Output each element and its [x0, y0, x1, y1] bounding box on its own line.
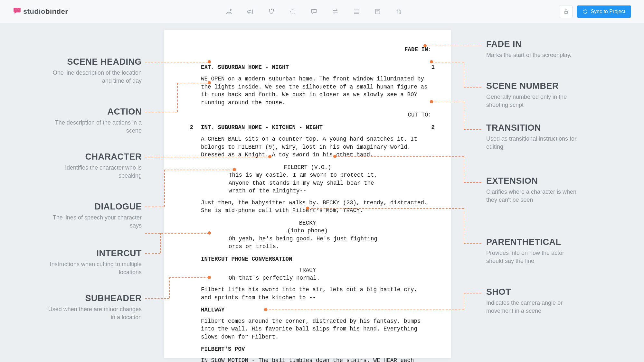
- connector-line: [464, 87, 481, 88]
- callout-subheader: SUBHEADERUsed when there are minor chang…: [45, 293, 142, 321]
- connector-line: [464, 293, 464, 310]
- brand-logo[interactable]: studiobinder: [13, 6, 68, 17]
- connector-line: [145, 62, 208, 62]
- character-becky: BECKY: [180, 219, 435, 227]
- sync-to-project-button[interactable]: Sync to Project: [577, 5, 631, 18]
- scene-heading-1: EXT. SUBURBAN HOME - NIGHT 1: [180, 63, 435, 71]
- callout-transition: TRANSITIONUsed as transitional instructi…: [486, 123, 583, 151]
- action-block-1: WE OPEN on a modern suburban home. The f…: [180, 75, 435, 107]
- parenthetical-becky: (into phone): [180, 227, 435, 235]
- connector-dot: [333, 155, 336, 158]
- mask-icon[interactable]: [268, 8, 275, 15]
- connector-line: [164, 170, 165, 207]
- character-tracy: TRACY: [180, 266, 435, 274]
- dialogue-becky: Oh yeah, he's being good. He's just figh…: [180, 235, 435, 251]
- shot-pov: FILBERT'S POV: [180, 345, 435, 353]
- fade-in-line: FADE IN:: [180, 46, 435, 54]
- svg-point-1: [17, 9, 17, 10]
- connector-line: [464, 182, 481, 183]
- connector-line: [177, 83, 178, 112]
- svg-point-2: [18, 9, 19, 10]
- svg-text:2: 2: [399, 11, 400, 14]
- toolbar: studiobinder 12 Sync to Project: [0, 0, 644, 23]
- callout-extension: EXTENSIONClarifies where a character is …: [486, 176, 583, 204]
- connector-dot: [430, 60, 433, 63]
- connector-line: [145, 233, 209, 234]
- connector-line: [464, 62, 464, 87]
- sort-icon[interactable]: 12: [395, 8, 403, 15]
- connector-line: [145, 298, 169, 299]
- scene-number-1: 1: [425, 63, 435, 71]
- comment-icon[interactable]: [310, 8, 318, 15]
- brand-name: studiobinder: [23, 7, 68, 16]
- connector-line: [164, 170, 233, 170]
- callout-character: CHARACTERIdentifies the character who is…: [45, 152, 142, 180]
- chat-bubble-icon: [13, 6, 21, 17]
- svg-rect-5: [375, 9, 380, 14]
- action-block-5: Filbert comes around the corner, distrac…: [180, 317, 435, 341]
- connector-line: [145, 253, 160, 254]
- connector-line: [464, 243, 481, 244]
- svg-point-0: [15, 9, 16, 10]
- connector-dot: [430, 100, 433, 103]
- callout-intercut: INTERCUTInstructions when cutting to mul…: [45, 248, 142, 276]
- connector-line: [160, 233, 161, 253]
- connector-line: [145, 112, 177, 112]
- connector-line: [145, 207, 164, 207]
- megaphone-icon[interactable]: [246, 8, 254, 15]
- connector-line: [464, 156, 464, 182]
- callout-action: ACTIONThe description of the actions in …: [45, 107, 142, 135]
- connector-line: [335, 156, 464, 157]
- connector-line: [266, 310, 464, 310]
- swap-icon[interactable]: [331, 8, 339, 15]
- svg-rect-8: [565, 11, 568, 14]
- lines-icon[interactable]: [353, 8, 360, 15]
- connector-line: [177, 83, 208, 83]
- callout-scene-heading: SCENE HEADINGOne line description of the…: [45, 57, 142, 85]
- connector-dot: [208, 81, 211, 84]
- connector-line: [431, 62, 464, 62]
- image-icon[interactable]: [225, 8, 233, 15]
- callout-dialogue: DIALOGUEThe lines of speech your charact…: [45, 202, 142, 230]
- lock-button[interactable]: [560, 5, 573, 18]
- editor-canvas: FADE IN: EXT. SUBURBAN HOME - NIGHT 1 WE…: [0, 23, 644, 362]
- callout-scene-number: SCENE NUMBERGenerally numbered only in t…: [486, 81, 583, 109]
- note-icon[interactable]: [374, 8, 382, 15]
- connector-line: [169, 277, 170, 298]
- script-page: FADE IN: EXT. SUBURBAN HOME - NIGHT 1 WE…: [164, 30, 451, 358]
- svg-point-4: [290, 9, 295, 14]
- connector-line: [145, 157, 269, 157]
- connector-line: [425, 46, 481, 46]
- callout-shot: SHOTIndicates the camera angle or moveme…: [486, 287, 583, 315]
- action-block-2: A GREEN BALL sits on a counter top. A yo…: [180, 135, 435, 159]
- connector-dot: [264, 308, 267, 311]
- connector-line: [464, 293, 481, 293]
- connector-line: [464, 102, 464, 129]
- connector-dot: [268, 155, 271, 158]
- circle-icon[interactable]: [289, 8, 297, 15]
- connector-line: [431, 102, 464, 102]
- connector-dot: [233, 168, 236, 171]
- toolbar-tools: 12: [68, 8, 560, 15]
- connector-dot: [208, 60, 211, 63]
- connector-line: [169, 277, 209, 278]
- callout-fade-in: FADE INMarks the start of the screenplay…: [486, 39, 583, 59]
- connector-line: [464, 129, 481, 130]
- transition-cut-to: CUT TO:: [180, 111, 435, 119]
- connector-dot: [208, 231, 211, 235]
- action-block-6: IN SLOW MOTION - The ball tumbles down t…: [180, 357, 435, 362]
- connector-line: [464, 208, 464, 243]
- connector-line: [308, 208, 464, 209]
- svg-point-3: [230, 9, 231, 10]
- callout-parenthetical: PARENTHETICALProvides info on how the ac…: [486, 237, 583, 265]
- dialogue-tracy: Oh that's perfectly normal.: [180, 274, 435, 282]
- connector-dot: [423, 44, 427, 47]
- intercut-heading: INTERCUT PHONE CONVERSATION: [180, 255, 435, 263]
- dialogue-filbert: This is my castle. I am sworn to protect…: [180, 171, 435, 195]
- scene-heading-2: 2 INT. SUBURBAN HOME - KITCHEN - NIGHT 2: [180, 124, 435, 132]
- connector-dot: [208, 276, 211, 279]
- action-block-4: Filbert lifts his sword into the air, le…: [180, 286, 435, 302]
- connector-dot: [306, 207, 309, 210]
